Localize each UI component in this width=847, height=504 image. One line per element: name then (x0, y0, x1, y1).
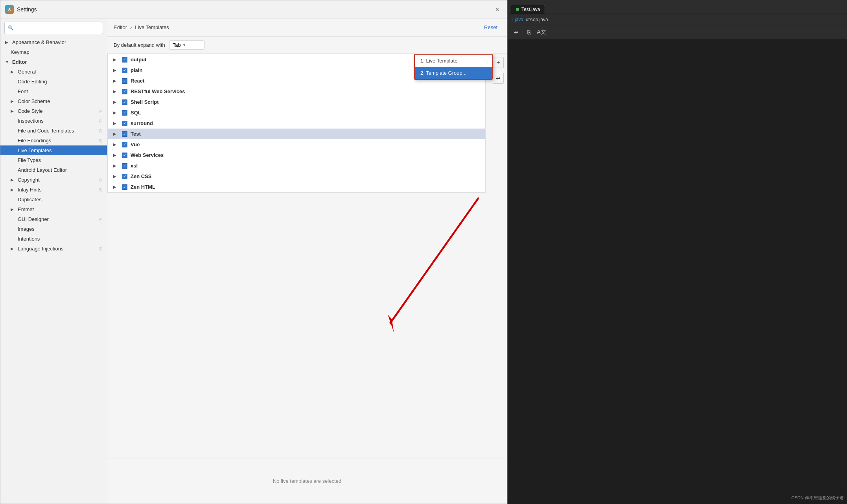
right-buttons-panel: + 1. Live Template 2. Template Group... … (490, 54, 507, 458)
sidebar-item-file-code-templates[interactable]: ▶ File and Code Templates ⎘ (0, 126, 107, 136)
expand-dropdown[interactable]: Tab ▾ (169, 40, 204, 50)
main-content: 🔍 ▶ Appearance & Behavior Keymap ▼ Edito… (0, 18, 507, 504)
breadcrumb-parent: Editor (114, 24, 127, 30)
template-row-shell[interactable]: ▶ ✓ Shell Script (108, 97, 485, 107)
template-name-shell: Shell Script (131, 99, 159, 105)
template-list-scroll[interactable]: ▶ ✓ output ▶ ✓ plain ▶ ✓ (107, 54, 490, 458)
popup-item-template-group[interactable]: 2. Template Group... (415, 67, 492, 79)
popup-item-live-template[interactable]: 1. Live Template (415, 55, 492, 67)
sidebar-item-inlay-hints[interactable]: ▶ Inlay Hints ⎘ (0, 185, 107, 195)
sidebar-item-images[interactable]: ▶ Images (0, 224, 107, 234)
template-row-test[interactable]: ▶ ✓ Test (108, 129, 485, 139)
expand-arrow-icon: ▶ (113, 68, 119, 72)
code-panel: Test.java l.java utAop.java ↩ ⎘ A文 (507, 0, 847, 504)
sidebar-item-label: Intentions (18, 236, 40, 242)
checkbox-zen-html[interactable]: ✓ (122, 184, 127, 190)
undo-button[interactable]: ↩ (493, 73, 504, 84)
template-name-zen-html: Zen HTML (131, 184, 155, 190)
search-icon: 🔍 (8, 25, 14, 31)
translate-toolbar-button[interactable]: A文 (536, 28, 547, 37)
sidebar-item-inspections[interactable]: ▶ Inspections ⎘ (0, 116, 107, 126)
copy-icon: ⎘ (99, 188, 102, 192)
undo-toolbar-button[interactable]: ↩ (511, 28, 522, 37)
code-tab-test-java[interactable]: Test.java (511, 5, 545, 14)
template-row-web-services[interactable]: ▶ ✓ Web Services (108, 150, 485, 160)
add-button[interactable]: + (493, 57, 504, 68)
template-name-web-services: Web Services (131, 152, 164, 158)
checkbox-zen-css[interactable]: ✓ (122, 174, 127, 179)
sidebar-item-code-style[interactable]: ▶ Code Style ⎘ (0, 106, 107, 116)
expand-arrow-icon: ▶ (113, 185, 119, 189)
sidebar-item-label: Images (18, 226, 35, 232)
checkbox-react[interactable]: ✓ (122, 78, 127, 84)
breadcrumb-file2: utAop.java (526, 17, 548, 22)
template-row-zen-html[interactable]: ▶ ✓ Zen HTML (108, 182, 485, 192)
sidebar-item-code-editing[interactable]: ▶ Code Editing (0, 77, 107, 86)
template-name-restful: RESTful Web Services (131, 88, 185, 94)
template-row-xsl[interactable]: ▶ ✓ xsl (108, 160, 485, 171)
checkbox-web-services[interactable]: ✓ (122, 153, 127, 158)
template-row-zen-css[interactable]: ▶ ✓ Zen CSS (108, 171, 485, 182)
sidebar: 🔍 ▶ Appearance & Behavior Keymap ▼ Edito… (0, 18, 107, 504)
code-breadcrumb: l.java utAop.java (508, 14, 847, 25)
checkbox-xsl[interactable]: ✓ (122, 163, 127, 169)
expand-arrow: ▼ (5, 60, 11, 64)
sidebar-item-emmet[interactable]: ▶ Emmet (0, 204, 107, 214)
checkbox-sql[interactable]: ✓ (122, 110, 127, 116)
expand-arrow-icon: ▶ (113, 132, 119, 136)
breadcrumb-file1: l.java (512, 17, 523, 22)
sidebar-item-label: Emmet (18, 206, 34, 212)
sidebar-item-appearance[interactable]: ▶ Appearance & Behavior (0, 37, 107, 47)
expand-label: By default expand with (114, 42, 165, 48)
expand-arrow: ▶ (5, 40, 11, 44)
template-row-surround[interactable]: ▶ ✓ surround (108, 118, 485, 129)
checkbox-surround[interactable]: ✓ (122, 121, 127, 126)
reset-button[interactable]: Reset (481, 23, 501, 32)
sidebar-item-file-encodings[interactable]: ▶ File Encodings ⎘ (0, 136, 107, 145)
template-row-vue[interactable]: ▶ ✓ Vue (108, 139, 485, 150)
expand-arrow-icon: ▶ (113, 79, 119, 83)
checkbox-vue[interactable]: ✓ (122, 142, 127, 147)
expand-arrow: ▶ (11, 99, 16, 103)
sidebar-item-color-scheme[interactable]: ▶ Color Scheme (0, 96, 107, 106)
template-row-restful[interactable]: ▶ ✓ RESTful Web Services (108, 86, 485, 97)
template-row-sql[interactable]: ▶ ✓ SQL (108, 107, 485, 118)
sidebar-item-gui-designer[interactable]: ▶ GUI Designer ⎘ (0, 214, 107, 224)
checkbox-plain[interactable]: ✓ (122, 68, 127, 73)
sidebar-item-general[interactable]: ▶ General (0, 67, 107, 77)
close-button[interactable]: × (493, 5, 502, 14)
bottom-panel: No live templates are selected (107, 458, 507, 504)
checkbox-output[interactable]: ✓ (122, 57, 127, 63)
popup-item-label: 2. Template Group... (420, 70, 467, 76)
sidebar-item-label: File Types (18, 157, 41, 163)
checkbox-test[interactable]: ✓ (122, 131, 127, 137)
copy-toolbar-button[interactable]: ⎘ (523, 28, 534, 37)
checkbox-shell[interactable]: ✓ (122, 99, 127, 105)
sidebar-item-label: Duplicates (18, 197, 42, 202)
sidebar-item-editor[interactable]: ▼ Editor (0, 57, 107, 67)
sidebar-item-keymap[interactable]: Keymap (0, 47, 107, 57)
sidebar-item-copyright[interactable]: ▶ Copyright ⎘ (0, 175, 107, 185)
search-box[interactable]: 🔍 (4, 22, 103, 34)
sidebar-item-android-layout[interactable]: ▶ Android Layout Editor (0, 165, 107, 175)
sidebar-item-live-templates[interactable]: ▶ Live Templates (0, 145, 107, 155)
expand-arrow: ▶ (11, 246, 16, 251)
copy-icon: ⎘ (99, 178, 102, 182)
sidebar-item-file-types[interactable]: ▶ File Types (0, 155, 107, 165)
checkbox-restful[interactable]: ✓ (122, 89, 127, 94)
sidebar-item-label: Copyright (18, 177, 40, 183)
expand-arrow: ▶ (11, 70, 16, 74)
expand-arrow-icon: ▶ (113, 142, 119, 147)
sidebar-item-label: Keymap (11, 49, 29, 55)
dropdown-value: Tab (173, 42, 181, 48)
file-dot-icon (516, 8, 519, 11)
watermark: CSDN @不想睡觉的橘子君 (792, 495, 844, 501)
sidebar-item-duplicates[interactable]: ▶ Duplicates (0, 195, 107, 204)
search-input[interactable] (16, 25, 99, 31)
sidebar-item-intentions[interactable]: ▶ Intentions (0, 234, 107, 244)
expand-arrow: ▶ (11, 178, 16, 182)
copy-icon: ⎘ (99, 109, 102, 114)
expand-arrow-icon: ▶ (113, 57, 119, 62)
sidebar-item-font[interactable]: ▶ Font (0, 86, 107, 96)
sidebar-item-language-injections[interactable]: ▶ Language Injections ⎘ (0, 244, 107, 254)
